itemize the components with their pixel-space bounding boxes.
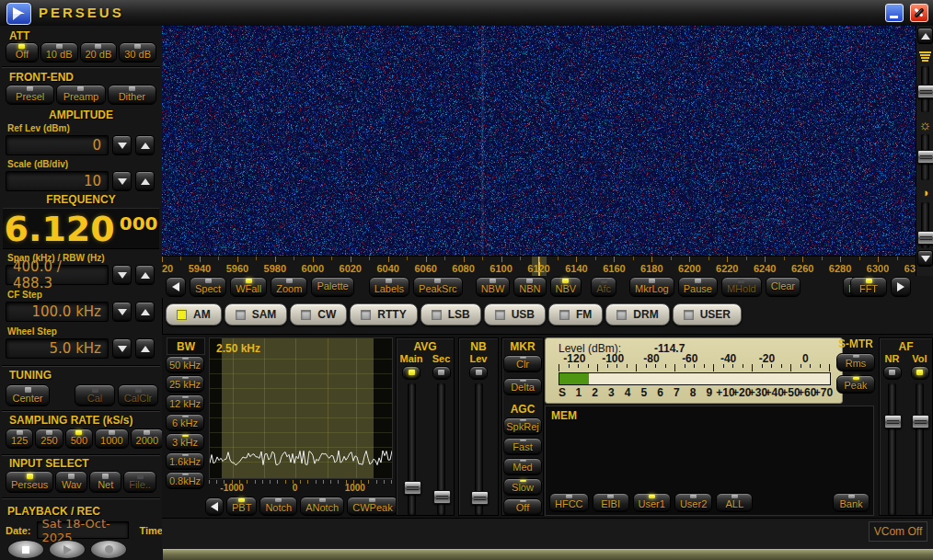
mem-button-bank[interactable]: Bank <box>833 493 870 512</box>
brightness-slider[interactable] <box>921 134 929 180</box>
toolbar-button-pause[interactable]: Pause <box>678 277 718 297</box>
agc-button-slow[interactable]: Slow <box>503 478 542 496</box>
agc-button-spkrej[interactable]: SpkRej <box>503 417 542 435</box>
mem-button-user1[interactable]: User1 <box>633 493 671 512</box>
sampling-rate-button-500[interactable]: 500 <box>65 429 93 449</box>
scroll-right-button[interactable] <box>891 277 911 297</box>
wheel-step-field[interactable]: 5.0 kHz <box>6 338 109 359</box>
close-button[interactable] <box>910 4 928 22</box>
mem-button-hfcc[interactable]: HFCC <box>549 493 589 512</box>
record-button[interactable] <box>90 540 127 559</box>
smtr-button-peak[interactable]: Peak <box>836 375 875 394</box>
waterfall-scroll-down-button[interactable] <box>917 250 933 267</box>
mode-button-drm[interactable]: DRM <box>605 303 669 326</box>
bw-button-6-khz[interactable]: 6 kHz <box>166 414 204 431</box>
pbt-button-notch[interactable]: Notch <box>259 497 297 516</box>
toolbar-button-nbn[interactable]: NBN <box>513 277 546 297</box>
span-down-button[interactable] <box>112 265 132 285</box>
sampling-rate-button-1000[interactable]: 1000 <box>95 429 128 449</box>
mem-button-eibi[interactable]: EIBI <box>593 493 629 512</box>
toolbar-button-palette[interactable]: Palette <box>311 277 353 297</box>
toolbar-button-nbw[interactable]: NBW <box>476 277 511 297</box>
nb-lev-slider[interactable] <box>475 383 483 515</box>
sampling-rate-button-125[interactable]: 125 <box>6 429 33 449</box>
frequency-display[interactable]: 6.120 000 <box>3 208 159 249</box>
slider-handle[interactable] <box>884 415 902 429</box>
span-field[interactable]: 400.0 / 488.3 <box>6 265 109 285</box>
wheel-step-up-button[interactable] <box>135 338 155 359</box>
minimize-button[interactable] <box>885 4 904 22</box>
filter-passband-display[interactable]: 2.50 kHz <box>209 337 393 479</box>
slider-handle[interactable] <box>912 415 929 429</box>
wheel-step-down-button[interactable] <box>112 338 132 359</box>
bw-button-0-8khz[interactable]: 0.8kHz <box>166 472 204 489</box>
mode-button-sam[interactable]: SAM <box>225 303 288 326</box>
mode-button-cw[interactable]: CW <box>290 303 347 326</box>
front-end-button-dither[interactable]: Dither <box>108 85 156 105</box>
cf-step-up-button[interactable] <box>135 302 155 322</box>
bw-button-12-khz[interactable]: 12 kHz <box>166 394 204 412</box>
toolbar-button-nbv[interactable]: NBV <box>550 277 582 297</box>
toolbar-button-afc[interactable]: Afc <box>591 277 616 297</box>
cf-step-down-button[interactable] <box>112 302 132 322</box>
front-end-button-preamp[interactable]: Preamp <box>56 85 105 105</box>
slider-handle[interactable] <box>471 491 489 505</box>
scale-up-button[interactable] <box>135 171 155 191</box>
span-up-button[interactable] <box>135 265 155 285</box>
mode-button-user[interactable]: USER <box>673 303 742 326</box>
mode-button-am[interactable]: AM <box>166 303 222 326</box>
scale-down-button[interactable] <box>112 171 132 191</box>
af-nr-led-button[interactable] <box>883 366 902 380</box>
mem-button-user2[interactable]: User2 <box>674 493 712 512</box>
nb-lev-led-button[interactable] <box>469 366 488 380</box>
ref-lev-field[interactable]: 0 <box>6 135 109 155</box>
toolbar-button-spect[interactable]: Spect <box>190 277 226 297</box>
tuning-button-center[interactable]: Center <box>6 384 50 406</box>
mode-button-fm[interactable]: FM <box>548 303 603 326</box>
slider-handle[interactable] <box>917 231 933 245</box>
cf-step-field[interactable]: 100.0 kHz <box>6 302 109 322</box>
af-vol-led-button[interactable] <box>911 366 929 380</box>
pbt-button-anotch[interactable]: ANotch <box>300 497 344 516</box>
att-button-10-db[interactable]: 10 dB <box>40 42 78 63</box>
att-button-30-db[interactable]: 30 dB <box>119 42 156 63</box>
toolbar-button-zoom[interactable]: Zoom <box>271 277 307 297</box>
sampling-rate-button-250[interactable]: 250 <box>35 429 63 449</box>
toolbar-button-mkrlog[interactable]: MkrLog <box>629 277 674 297</box>
play-button[interactable] <box>49 540 86 559</box>
scroll-left-button[interactable] <box>166 277 186 297</box>
input-select-button-perseus[interactable]: Perseus <box>6 471 53 493</box>
slider-handle[interactable] <box>917 150 933 164</box>
af-vol-slider[interactable] <box>916 383 924 515</box>
agc-button-med[interactable]: Med <box>503 458 542 475</box>
waterfall-scroll-up-button[interactable] <box>917 28 933 44</box>
avg-sec-slider[interactable] <box>437 383 445 515</box>
contrast-slider[interactable] <box>921 202 929 248</box>
smtr-button-rms[interactable]: Rms <box>836 353 875 371</box>
input-select-button-net[interactable]: Net <box>89 471 121 493</box>
af-nr-slider[interactable] <box>888 383 896 515</box>
toolbar-button-fft[interactable]: FFT <box>850 277 887 297</box>
input-select-button-file[interactable]: File.. <box>123 471 156 493</box>
slider-handle[interactable] <box>404 481 421 495</box>
mkr-button-clr[interactable]: Clr <box>503 355 542 372</box>
agc-button-off[interactable]: Off <box>503 498 542 516</box>
mode-button-usb[interactable]: USB <box>484 303 546 326</box>
att-button-off[interactable]: Off <box>6 42 39 63</box>
mkr-button-delta[interactable]: Delta <box>503 378 542 395</box>
input-select-button-wav[interactable]: Wav <box>55 471 87 493</box>
toolbar-button-clear[interactable]: Clear <box>766 277 801 297</box>
toolbar-button-labels[interactable]: Labels <box>369 277 409 297</box>
pbt-scroll-left-button[interactable] <box>205 497 224 516</box>
front-end-button-presel[interactable]: Presel <box>6 85 54 105</box>
slider-handle[interactable] <box>917 85 933 98</box>
mode-button-rtty[interactable]: RTTY <box>350 303 417 326</box>
toolbar-button-mhold[interactable]: MHold <box>721 277 762 297</box>
toolbar-button-peaksrc[interactable]: PeakSrc <box>413 277 463 297</box>
avg-main-led-button[interactable] <box>402 366 420 380</box>
pbt-button-cwpeak[interactable]: CWPeak <box>347 497 397 516</box>
vcom-status[interactable]: VCom Off <box>869 521 927 542</box>
agc-button-fast[interactable]: Fast <box>503 438 542 455</box>
sampling-rate-button-2000[interactable]: 2000 <box>131 429 164 449</box>
frequency-scale[interactable]: 5920594059605980600060206040606060806100… <box>162 256 916 277</box>
